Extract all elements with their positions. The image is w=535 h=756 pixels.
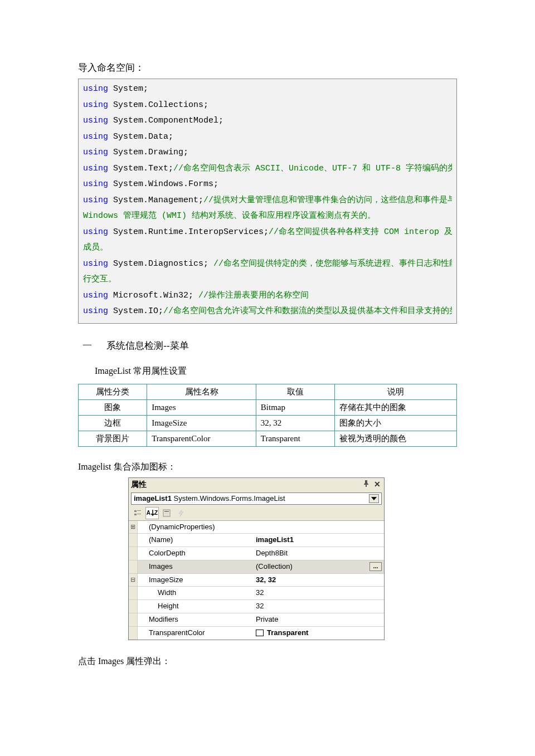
property-row[interactable]: ⊞(DynamicProperties) (129, 521, 384, 534)
properties-icon[interactable] (160, 507, 173, 519)
property-row[interactable]: TransparentColorTransparent (129, 627, 384, 640)
property-value[interactable]: (Collection)... (255, 560, 384, 573)
expand-icon[interactable]: ⊞ (129, 521, 138, 534)
section-title-text: 系统信息检测--菜单 (106, 340, 188, 351)
property-name: (DynamicProperties) (138, 521, 255, 534)
property-grid: ⊞(DynamicProperties)(Name)imageList1Colo… (129, 520, 384, 640)
table-header-cell: 说明 (334, 384, 456, 399)
intro-heading: 导入命名空间： (78, 61, 457, 74)
code-block: using System;using System.Collections;us… (78, 79, 457, 324)
property-name: ColorDepth (138, 547, 255, 560)
svg-rect-2 (134, 514, 137, 515)
toggle-spacer (129, 560, 138, 573)
section-title: 一 系统信息检测--菜单 (82, 339, 457, 352)
code-line: Windows 管理规范 (WMI) 结构对系统、设备和应用程序设置检测点有关的… (83, 208, 452, 225)
close-icon[interactable]: ✕ (373, 480, 382, 489)
properties-titlebar: 属性 ✕ (129, 478, 384, 491)
property-name: Width (138, 587, 255, 599)
code-line: 行交互。 (83, 272, 452, 288)
table-row: 边框ImageSize32, 32图象的大小 (79, 415, 457, 431)
property-value[interactable]: Transparent (255, 627, 384, 640)
code-line: using System.Data; (83, 129, 452, 145)
table-header-cell: 属性分类 (79, 384, 147, 399)
property-row[interactable]: Height32 (129, 600, 384, 613)
property-value[interactable]: Private (255, 613, 384, 626)
toggle-spacer (129, 627, 138, 640)
toggle-spacer (129, 587, 138, 599)
section-number: 一 (82, 339, 92, 352)
property-row[interactable]: ModifiersPrivate (129, 613, 384, 627)
svg-rect-0 (134, 510, 137, 512)
code-line: using System.Diagnostics; //命名空间提供特定的类，使… (83, 256, 452, 272)
table-cell: Transparent (256, 431, 334, 446)
svg-rect-6 (164, 513, 169, 514)
property-value[interactable]: imageList1 (255, 534, 384, 547)
property-row[interactable]: ColorDepthDepth8Bit (129, 547, 384, 560)
table-row: 图象ImagesBitmap存储在其中的图象 (79, 399, 457, 415)
properties-title: 属性 (131, 480, 359, 490)
table-header-cell: 属性名称 (147, 384, 256, 399)
toggle-spacer (129, 600, 138, 613)
code-line: using Microsoft.Win32; //操作注册表要用的名称空间 (83, 288, 452, 304)
after-text: 点击 Images 属性弹出： (78, 656, 457, 667)
events-icon[interactable] (174, 507, 188, 519)
toggle-spacer (129, 534, 138, 547)
property-value[interactable]: 32, 32 (255, 574, 384, 587)
property-row[interactable]: (Name)imageList1 (129, 534, 384, 547)
ellipsis-button[interactable]: ... (369, 562, 382, 571)
color-swatch (256, 630, 264, 636)
code-line: using System.Text;//命名空间包含表示 ASCII、Unico… (83, 161, 452, 177)
code-line: using System.IO;//命名空间包含允许读写文件和数据流的类型以及提… (83, 304, 452, 320)
svg-rect-7 (164, 515, 169, 515)
table-cell: 存储在其中的图象 (334, 399, 456, 415)
properties-toolbar: AZ (129, 506, 384, 520)
table-header-cell: 取值 (256, 384, 334, 399)
property-name: TransparentColor (138, 627, 255, 640)
property-value[interactable]: 32 (255, 600, 384, 613)
code-line: using System.Drawing; (83, 145, 452, 161)
table-cell: 背景图片 (79, 431, 147, 446)
svg-rect-3 (137, 514, 141, 514)
code-line: 成员。 (83, 240, 452, 256)
table-cell: Bitmap (256, 399, 334, 415)
object-selector[interactable]: imageList1 System.Windows.Forms.ImageLis… (131, 492, 382, 505)
property-name: ImageSize (138, 574, 255, 587)
table-cell: 32, 32 (256, 415, 334, 431)
property-row[interactable]: ⊟ImageSize32, 32 (129, 574, 384, 587)
property-name: Images (138, 560, 255, 573)
property-name: Height (138, 600, 255, 613)
categorized-icon[interactable] (131, 507, 144, 519)
table-header-row: 属性分类属性名称取值说明 (79, 384, 457, 399)
code-line: using System.ComponentModel; (83, 113, 452, 129)
object-selector-text: imageList1 System.Windows.Forms.ImageLis… (134, 494, 369, 503)
property-name: Modifiers (138, 613, 255, 626)
code-line: using System.Management;//提供对大量管理信息和管理事件… (83, 193, 452, 209)
property-value[interactable]: 32 (255, 587, 384, 599)
table-cell: 图象的大小 (334, 415, 456, 431)
table-cell: Images (147, 399, 256, 415)
property-table: 属性分类属性名称取值说明 图象ImagesBitmap存储在其中的图象边框Ima… (78, 384, 457, 447)
property-name: (Name) (138, 534, 255, 547)
table-cell: ImageSize (147, 415, 256, 431)
property-row[interactable]: Images(Collection)... (129, 560, 384, 574)
property-value[interactable]: Depth8Bit (255, 547, 384, 560)
toggle-spacer (129, 613, 138, 626)
table-cell: 边框 (79, 415, 147, 431)
properties-window: 属性 ✕ imageList1 System.Windows.Forms.Ima… (128, 477, 385, 640)
table-cell: TransparentColor (147, 431, 256, 446)
property-value[interactable] (255, 521, 384, 534)
alphabetical-icon[interactable]: AZ (145, 507, 159, 519)
document-page: 导入命名空间： using System;using System.Collec… (0, 0, 535, 723)
table-cell: 图象 (79, 399, 147, 415)
collapse-icon[interactable]: ⊟ (129, 574, 138, 587)
sub-heading: ImageList 常用属性设置 (95, 365, 457, 377)
svg-rect-1 (137, 510, 141, 511)
property-row[interactable]: Width32 (129, 587, 384, 600)
pin-icon[interactable] (362, 480, 371, 489)
table-row: 背景图片TransparentColorTransparent被视为透明的颜色 (79, 431, 457, 446)
code-line: using System.Collections; (83, 97, 452, 114)
svg-rect-5 (164, 511, 169, 512)
chevron-down-icon[interactable] (369, 494, 379, 503)
table-cell: 被视为透明的颜色 (334, 431, 456, 446)
code-line: using System; (83, 81, 452, 97)
